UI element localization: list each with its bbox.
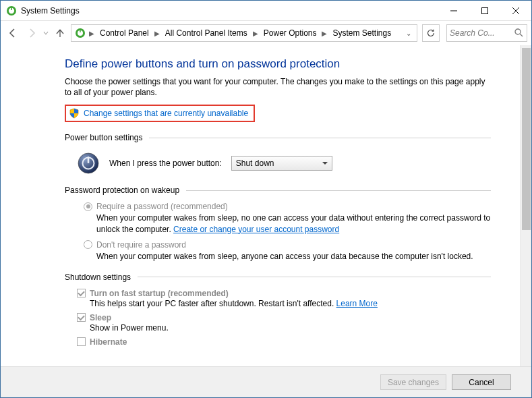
shield-icon xyxy=(69,108,80,119)
scrollbar-thumb[interactable] xyxy=(522,48,531,230)
svg-rect-9 xyxy=(80,29,80,32)
power-button-icon xyxy=(77,152,100,175)
footer: Save changes Cancel xyxy=(1,366,531,397)
scrollbar[interactable] xyxy=(520,45,531,366)
change-settings-highlight: Change settings that are currently unava… xyxy=(65,105,255,122)
chevron-right-icon[interactable]: ▶ xyxy=(252,30,260,37)
breadcrumb-item[interactable]: Power Options xyxy=(261,27,320,39)
nav-forward-button[interactable] xyxy=(24,25,40,41)
radio-description: When your computer wakes from sleep, any… xyxy=(96,251,491,262)
section-shutdown: Shutdown settings Turn on fast startup (… xyxy=(65,273,491,347)
close-button[interactable] xyxy=(500,1,531,20)
breadcrumb-item[interactable]: System Settings xyxy=(330,27,394,39)
svg-line-11 xyxy=(520,34,523,36)
change-settings-link[interactable]: Change settings that are currently unava… xyxy=(84,109,248,118)
minimize-button[interactable] xyxy=(438,1,469,20)
cancel-button[interactable]: Cancel xyxy=(452,374,511,390)
checkbox-label: Sleep xyxy=(90,313,111,322)
checkbox-description: This helps start your PC faster after sh… xyxy=(90,299,491,308)
divider xyxy=(186,190,491,191)
checkbox-label: Turn on fast startup (recommended) xyxy=(90,289,229,298)
chevron-right-icon[interactable]: ▶ xyxy=(320,30,328,37)
radio-label: Don't require a password xyxy=(96,240,186,250)
window-controls xyxy=(438,1,531,20)
search-placeholder: Search Co... xyxy=(450,28,514,38)
checkbox-fast-startup: Turn on fast startup (recommended) xyxy=(77,289,491,298)
power-options-icon xyxy=(74,27,86,39)
nav-back-button[interactable] xyxy=(5,25,21,41)
breadcrumb-dropdown[interactable]: ⌄ xyxy=(403,30,414,37)
account-password-link[interactable]: Create or change your user account passw… xyxy=(173,225,339,234)
combo-selected: Shut down xyxy=(236,159,274,168)
title-bar: System Settings xyxy=(1,1,531,21)
breadcrumb[interactable]: ▶ Control Panel ▶ All Control Panel Item… xyxy=(71,24,417,42)
checkbox-icon xyxy=(77,313,86,322)
checkbox-sleep: Sleep xyxy=(77,313,491,322)
save-button[interactable]: Save changes xyxy=(380,374,446,390)
search-icon xyxy=(514,28,524,38)
radio-no-password: Don't require a password xyxy=(84,240,491,250)
checkbox-icon xyxy=(77,289,86,297)
section-header-label: Power button settings xyxy=(65,133,142,142)
section-header-label: Password protection on wakeup xyxy=(65,186,179,195)
breadcrumb-item[interactable]: All Control Panel Items xyxy=(162,27,250,39)
checkbox-label: Hibernate xyxy=(90,337,127,347)
svg-point-10 xyxy=(515,29,521,34)
learn-more-link[interactable]: Learn More xyxy=(336,299,378,308)
search-input[interactable]: Search Co... xyxy=(446,24,527,42)
svg-rect-14 xyxy=(88,157,90,163)
content-area: Define power buttons and turn on passwor… xyxy=(1,45,531,366)
radio-label: Require a password (recommended) xyxy=(96,202,228,211)
maximize-button[interactable] xyxy=(469,1,500,20)
radio-description: When your computer wakes from sleep, no … xyxy=(96,212,491,234)
nav-up-button[interactable] xyxy=(52,25,68,41)
svg-rect-4 xyxy=(482,7,488,13)
divider xyxy=(149,138,491,138)
refresh-button[interactable] xyxy=(422,24,440,42)
checkbox-hibernate: Hibernate xyxy=(77,337,491,347)
section-password: Password protection on wakeup Require a … xyxy=(65,186,491,262)
chevron-right-icon[interactable]: ▶ xyxy=(153,30,161,37)
page-intro: Choose the power settings that you want … xyxy=(65,76,491,98)
svg-rect-2 xyxy=(11,7,12,10)
window-title: System Settings xyxy=(21,6,438,16)
section-power-button: Power button settings xyxy=(65,133,491,175)
checkbox-description: Show in Power menu. xyxy=(90,323,491,333)
radio-icon xyxy=(84,240,92,249)
app-icon xyxy=(6,5,17,16)
chevron-right-icon[interactable]: ▶ xyxy=(88,30,96,37)
divider xyxy=(138,277,491,277)
window-frame: System Settings xyxy=(0,0,532,398)
nav-bar: ▶ Control Panel ▶ All Control Panel Item… xyxy=(1,21,531,45)
radio-require-password: Require a password (recommended) xyxy=(84,202,491,211)
power-button-combo[interactable]: Shut down xyxy=(231,156,332,171)
section-header-label: Shutdown settings xyxy=(65,273,131,282)
checkbox-icon xyxy=(77,337,86,346)
breadcrumb-item[interactable]: Control Panel xyxy=(97,27,152,39)
power-button-label: When I press the power button: xyxy=(109,159,222,168)
nav-recent-dropdown[interactable] xyxy=(42,30,49,36)
radio-icon xyxy=(84,202,92,211)
page-title: Define power buttons and turn on passwor… xyxy=(65,57,491,71)
